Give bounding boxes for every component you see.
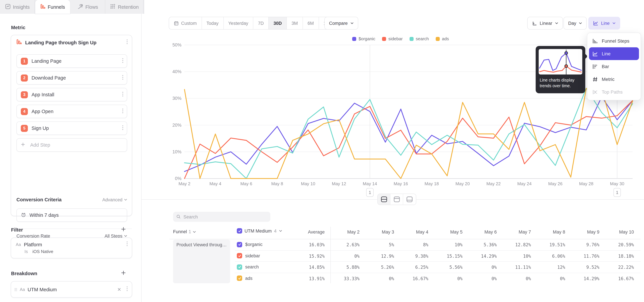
- search-icon: [176, 214, 181, 219]
- scale-dropdown[interactable]: Linear: [527, 17, 563, 30]
- kebab-icon[interactable]: [126, 286, 128, 292]
- row-label: search: [245, 264, 259, 270]
- kebab-icon[interactable]: [122, 58, 124, 64]
- table-value-cell: 0%: [492, 276, 497, 281]
- annotation-badge[interactable]: 1: [614, 188, 621, 197]
- date-range-today[interactable]: Today: [202, 17, 224, 29]
- funnel-step-1[interactable]: 1 Landing Page: [16, 54, 127, 68]
- tab-insights[interactable]: Insights: [0, 0, 35, 14]
- date-range-3m[interactable]: 3M: [287, 17, 303, 29]
- top-panel-view-toggle[interactable]: [390, 194, 403, 205]
- menu-item-top-paths[interactable]: Top Paths: [589, 86, 639, 98]
- funnel-step-3[interactable]: 3 App Install: [16, 88, 127, 101]
- kebab-icon[interactable]: [122, 92, 124, 98]
- tab-retention[interactable]: Retention: [106, 0, 144, 14]
- tab-funnels[interactable]: Funnels: [35, 0, 70, 14]
- advanced-dropdown[interactable]: Advanced: [102, 197, 127, 202]
- search-input[interactable]: [184, 214, 267, 219]
- interval-dropdown[interactable]: Day: [564, 17, 587, 30]
- funnel-metric-icon: [16, 39, 22, 46]
- breakdown-property-name[interactable]: UTM Medium: [28, 287, 115, 292]
- table-value-cell: 6.25%: [415, 265, 428, 270]
- breakdown-col-label: UTM Medium: [244, 228, 272, 234]
- table-value-cell: 5.36%: [484, 242, 497, 247]
- conversion-criteria-label: Conversion Criteria: [16, 197, 102, 202]
- table-row: sidebar: [237, 253, 260, 258]
- funnel-step-4[interactable]: 4 App Open: [16, 105, 127, 118]
- filter-property-name[interactable]: Platform: [24, 242, 124, 247]
- table-column-header[interactable]: May 6: [484, 230, 497, 234]
- step-number-badge: 4: [21, 108, 28, 115]
- menu-item-metric[interactable]: Metric: [589, 73, 639, 86]
- line-chart-icon: [592, 51, 598, 56]
- date-range-6m[interactable]: 6M: [303, 17, 319, 29]
- funnel-group-cell[interactable]: Product Viewed through P...: [173, 240, 230, 283]
- kebab-icon[interactable]: [126, 241, 128, 248]
- step-label: Sign Up: [32, 126, 118, 131]
- breakdown-column-header[interactable]: UTM Medium 4: [237, 228, 282, 234]
- row-label: sidebar: [245, 253, 260, 258]
- add-step-button[interactable]: Add Step: [16, 138, 127, 152]
- breakdown-checkbox[interactable]: [237, 228, 242, 234]
- kebab-icon[interactable]: [122, 125, 124, 131]
- row-checkbox[interactable]: [237, 264, 242, 270]
- table-column-header[interactable]: May 7: [518, 230, 531, 234]
- table-column-header[interactable]: May 10: [619, 230, 634, 234]
- date-range-7d[interactable]: 7D: [253, 17, 269, 29]
- bottom-panel-view-toggle[interactable]: [403, 194, 416, 205]
- menu-item-bar[interactable]: Bar: [589, 60, 639, 73]
- table-column-header[interactable]: May 5: [450, 230, 462, 234]
- tab-label: Insights: [13, 4, 30, 10]
- kebab-icon[interactable]: [126, 39, 128, 46]
- table-value-cell: 5.88%: [346, 265, 360, 270]
- series-line-organic: [184, 97, 632, 172]
- table-search-field[interactable]: [173, 212, 270, 222]
- funnel-step-2[interactable]: 2 Download Page: [16, 71, 127, 84]
- table-column-header[interactable]: May 2: [347, 230, 360, 234]
- row-checkbox[interactable]: [237, 276, 242, 281]
- table-column-header[interactable]: Average: [308, 230, 325, 234]
- table-column-header[interactable]: May 3: [382, 230, 394, 234]
- report-tabbar: Insights Funnels Flows Retention: [0, 0, 144, 14]
- date-range-yesterday[interactable]: Yesterday: [224, 17, 253, 29]
- table-value-cell: 13.91%: [309, 276, 325, 281]
- split-view-toggle[interactable]: [378, 194, 390, 205]
- table-column-header[interactable]: May 8: [553, 230, 565, 234]
- top-paths-icon: [592, 89, 598, 95]
- x-axis-tick-label: May 10: [301, 181, 315, 186]
- table-column-header[interactable]: May 4: [416, 230, 428, 234]
- chevron-down-icon: [555, 22, 558, 24]
- funnel-steps-icon: [592, 38, 598, 44]
- row-checkbox[interactable]: [237, 253, 242, 258]
- menu-item-line[interactable]: Line: [589, 47, 639, 60]
- tab-flows[interactable]: Flows: [70, 0, 105, 14]
- funnel-step-5[interactable]: 5 Sign Up: [16, 122, 127, 135]
- table-value-cell: 16.67%: [412, 276, 428, 281]
- compare-button[interactable]: Compare: [324, 17, 358, 30]
- remove-breakdown-icon[interactable]: [118, 286, 121, 292]
- insights-icon: [5, 4, 10, 10]
- menu-item-funnel-steps[interactable]: Funnel Steps: [589, 34, 639, 47]
- add-breakdown-button[interactable]: [121, 270, 126, 276]
- table-value-cell: 20.59%: [618, 242, 634, 247]
- drag-handle-icon[interactable]: [14, 286, 17, 292]
- table-column-header[interactable]: May 9: [587, 230, 600, 234]
- funnel-column-header[interactable]: Funnel 1: [173, 229, 196, 234]
- filter-operator[interactable]: Is: [24, 249, 28, 254]
- kebab-icon[interactable]: [122, 75, 124, 81]
- row-checkbox[interactable]: [237, 242, 242, 247]
- annotation-badge[interactable]: 1: [366, 188, 374, 197]
- x-axis-tick-label: May 12: [332, 181, 346, 186]
- date-range-30d[interactable]: 30D: [269, 17, 287, 29]
- chart-type-dropdown[interactable]: Line: [588, 17, 620, 30]
- filter-value[interactable]: iOS Native: [32, 249, 53, 254]
- kebab-icon[interactable]: [122, 108, 124, 114]
- table-value-cell: 0%: [389, 276, 394, 281]
- date-range-segmented-control: Custom Today Yesterday 7D 30D 3M 6M 12M: [169, 17, 338, 30]
- y-axis-tick-label: 30%: [172, 96, 182, 101]
- date-range-custom[interactable]: Custom: [169, 17, 202, 29]
- breakdown-section-label: Breakdown: [11, 271, 121, 276]
- sidebar-divider: [141, 14, 142, 302]
- conversion-window-button[interactable]: Within 7 days: [16, 208, 127, 222]
- add-filter-button[interactable]: [121, 227, 126, 233]
